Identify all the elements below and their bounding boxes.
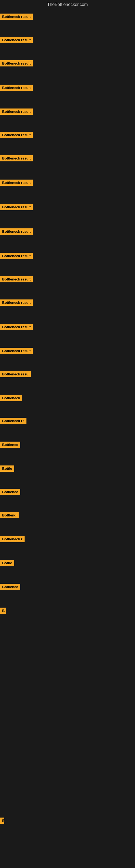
bottleneck-bar[interactable]: Bottleneck result xyxy=(0,276,33,282)
bottleneck-bar[interactable]: Bottleneck result xyxy=(0,300,33,306)
bottleneck-bar[interactable]: B xyxy=(0,817,4,824)
bar-row: Bottleneck result xyxy=(0,253,33,260)
bar-row: Bottlend xyxy=(0,512,18,520)
bottleneck-bar[interactable]: Bottleneck result xyxy=(0,228,33,235)
bottleneck-bar[interactable]: Bottleneck xyxy=(0,395,22,401)
bar-row: Bottleneck result xyxy=(0,132,33,139)
bar-row: Bottlenec xyxy=(0,584,20,591)
bottleneck-bar[interactable]: Bottleneck result xyxy=(0,348,33,354)
bar-row: Bottleneck result xyxy=(0,180,33,187)
bar-row: B xyxy=(0,608,6,615)
bar-row: Bottleneck result xyxy=(0,60,33,67)
bottleneck-bar[interactable]: Bottle xyxy=(0,560,14,566)
bottleneck-bar[interactable]: Bottleneck r xyxy=(0,536,25,542)
bar-row: Bottlenec xyxy=(0,489,20,496)
bar-row: Bottleneck result xyxy=(0,108,33,116)
bar-row: Bottleneck result xyxy=(0,228,33,236)
bottleneck-bar[interactable]: Bottlenec xyxy=(0,442,20,448)
bar-row: Bottleneck result xyxy=(0,37,33,44)
bar-row: Bottleneck re xyxy=(0,418,27,425)
bottleneck-bar[interactable]: Bottleneck result xyxy=(0,37,33,43)
bottleneck-bar[interactable]: Bottlend xyxy=(0,512,18,518)
bar-row: Bottlenec xyxy=(0,442,20,449)
bar-row: Bottleneck result xyxy=(0,204,33,211)
bar-row: Bottleneck r xyxy=(0,536,25,543)
bottleneck-bar[interactable]: Bottleneck result xyxy=(0,60,33,66)
bar-row: Bottleneck result xyxy=(0,324,33,331)
bar-row: Bottle xyxy=(0,465,14,473)
bottleneck-bar[interactable]: Bottleneck result xyxy=(0,253,33,259)
bar-row: Bottleneck resu xyxy=(0,371,31,378)
bottleneck-bar[interactable]: Bottleneck result xyxy=(0,180,33,186)
bar-row: Bottleneck result xyxy=(0,276,33,283)
bottleneck-bar[interactable]: Bottleneck re xyxy=(0,418,27,424)
bar-row: B xyxy=(0,817,4,825)
bottleneck-bar[interactable]: Bottleneck result xyxy=(0,204,33,210)
bottleneck-bar[interactable]: Bottleneck result xyxy=(0,132,33,138)
bottleneck-bar[interactable]: Bottlenec xyxy=(0,489,20,495)
bottleneck-bar[interactable]: Bottleneck resu xyxy=(0,371,31,377)
bar-row: Bottleneck result xyxy=(0,348,33,355)
bottleneck-bar[interactable]: Bottleneck result xyxy=(0,85,33,91)
bottleneck-bar[interactable]: B xyxy=(0,608,6,614)
bottleneck-bar[interactable]: Bottle xyxy=(0,465,14,472)
bottleneck-bar[interactable]: Bottleneck result xyxy=(0,108,33,115)
bar-row: Bottle xyxy=(0,560,14,567)
bar-row: Bottleneck xyxy=(0,395,22,402)
site-title: TheBottlenecker.com xyxy=(0,0,135,9)
bottleneck-bar[interactable]: Bottleneck result xyxy=(0,324,33,330)
bottleneck-bar[interactable]: Bottleneck result xyxy=(0,155,33,161)
bottleneck-bar[interactable]: Bottlenec xyxy=(0,584,20,590)
bar-row: Bottleneck result xyxy=(0,13,33,21)
bottleneck-bar[interactable]: Bottleneck result xyxy=(0,13,33,20)
bar-row: Bottleneck result xyxy=(0,155,33,162)
bar-row: Bottleneck result xyxy=(0,85,33,92)
bar-row: Bottleneck result xyxy=(0,300,33,307)
